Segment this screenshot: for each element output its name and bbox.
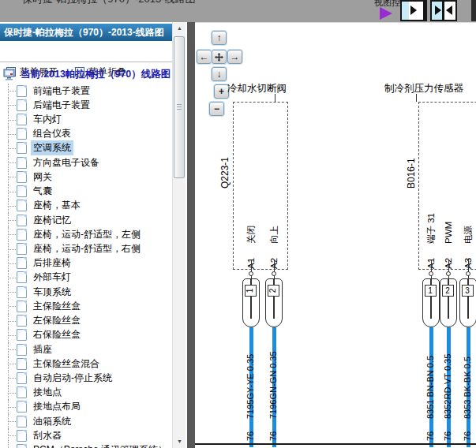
document-icon bbox=[17, 430, 27, 442]
document-icon bbox=[17, 128, 27, 140]
scroll-down-button[interactable]: ▼ bbox=[173, 435, 186, 448]
document-icon bbox=[17, 386, 27, 398]
tree-item-label: 后端电子装置 bbox=[31, 98, 92, 113]
document-icon bbox=[17, 286, 27, 298]
tree-item[interactable]: 主保险丝盒混合 bbox=[0, 357, 172, 371]
pan-up-button[interactable]: ↑ bbox=[212, 31, 227, 45]
document-icon bbox=[17, 358, 27, 370]
document-icon bbox=[17, 99, 27, 111]
diagram-panel[interactable]: ↑ ← → ↓ + − 冷却水切断阀 Q223-1 关闭 A1 1 7195GY… bbox=[195, 22, 476, 448]
tree-item[interactable]: 网关 bbox=[0, 170, 172, 184]
tree-item[interactable]: 自动启动-停止系统 bbox=[0, 371, 172, 385]
tree-item-label: 座椅，运动-舒适型，左侧 bbox=[31, 227, 143, 242]
document-icon bbox=[17, 243, 27, 255]
tree-item[interactable]: 座椅记忆 bbox=[0, 213, 172, 227]
pan-center-button[interactable] bbox=[212, 50, 227, 64]
connector-terminal: 2 bbox=[440, 278, 457, 327]
sidebar-scrollbar[interactable]: ▲ ▼ bbox=[172, 22, 186, 448]
tree-item[interactable]: 左保险丝盒 bbox=[0, 314, 172, 328]
arrow-right-icon bbox=[410, 6, 417, 15]
connector-terminal: 1 bbox=[242, 278, 260, 327]
tree-item-label: 方向盘电子设备 bbox=[31, 155, 102, 170]
document-icon bbox=[17, 372, 27, 384]
wire-label: 8351 BN-BN 0.5 bbox=[425, 356, 436, 419]
tree-item[interactable]: 后端电子装置 bbox=[0, 98, 172, 112]
tree-item-label: 主保险丝盒混合 bbox=[31, 357, 102, 371]
tree-item[interactable]: 插座 bbox=[0, 342, 172, 357]
separator bbox=[0, 62, 172, 62]
play-icon[interactable] bbox=[380, 7, 392, 20]
tree-item[interactable]: 车内灯 bbox=[0, 112, 172, 126]
pan-down-button[interactable]: ↓ bbox=[212, 67, 227, 81]
tree-item[interactable]: 气囊 bbox=[0, 185, 172, 199]
panel-splitter[interactable] bbox=[187, 22, 195, 448]
component-box bbox=[233, 102, 288, 270]
document-icon bbox=[17, 401, 27, 413]
scroll-up-button[interactable]: ▲ bbox=[173, 22, 186, 35]
tree-item-label: 接地点布局 bbox=[31, 399, 83, 414]
tree-item-label: 自动启动-停止系统 bbox=[31, 371, 114, 386]
pan-right-button[interactable]: → bbox=[227, 50, 242, 64]
top-toolbar: 保时捷-帕拉梅拉（970）-2013-线路图 视图控制 bbox=[0, 0, 476, 22]
connector-terminal: 1 bbox=[422, 278, 440, 327]
tree-item[interactable]: 车顶系统 bbox=[0, 285, 172, 299]
tree-item[interactable]: 接地点 bbox=[0, 386, 172, 400]
terminal-number: 1 bbox=[425, 285, 437, 297]
document-icon bbox=[17, 114, 27, 125]
tree-item-label: 接地点 bbox=[31, 385, 64, 400]
tree-item[interactable]: 外部车灯 bbox=[0, 271, 172, 285]
tree-item[interactable]: 组合仪表 bbox=[0, 127, 172, 141]
tree-root[interactable]: 当前:2013帕拉梅拉（970）线路图 bbox=[3, 68, 171, 81]
tree-item[interactable]: 座椅，运动-舒适型，左侧 bbox=[0, 227, 172, 241]
component-designation: Q223-1 bbox=[219, 157, 231, 189]
zoom-out-button[interactable]: − bbox=[209, 102, 224, 116]
document-icon bbox=[17, 215, 27, 226]
circuit-number: 76 bbox=[443, 431, 453, 441]
document-icon bbox=[17, 444, 27, 448]
tree-item[interactable]: 座椅，基本 bbox=[0, 199, 172, 213]
tree-item-label: 刮水器 bbox=[31, 428, 64, 443]
pan-left-button[interactable]: ← bbox=[197, 50, 212, 64]
tree-item-label: 座椅记忆 bbox=[31, 213, 73, 228]
tree-item[interactable]: 刮水器 bbox=[0, 428, 172, 442]
pin-function-label: 向上 bbox=[268, 226, 279, 244]
tree-item[interactable]: 主保险丝盒 bbox=[0, 299, 172, 313]
terminal-number: 2 bbox=[268, 285, 279, 297]
circuit-number: 76 bbox=[268, 431, 279, 441]
component-name: 制冷剂压力传感器 bbox=[384, 82, 463, 95]
document-icon bbox=[17, 315, 27, 327]
toolbar-button-clipped[interactable] bbox=[471, 0, 476, 21]
document-icon bbox=[17, 229, 27, 241]
tree-item-selected[interactable]: 空调系统 bbox=[0, 141, 172, 155]
pane-right bbox=[409, 2, 423, 20]
tree-item[interactable]: 油箱系统 bbox=[0, 414, 172, 428]
terminal-number: 3 bbox=[462, 285, 474, 297]
pin-function-label: 端子 31 bbox=[425, 213, 437, 244]
document-icon bbox=[17, 329, 27, 341]
collapse-pane-button[interactable] bbox=[430, 0, 457, 21]
document-icon bbox=[17, 271, 27, 283]
tree-item[interactable]: PCM（Porsche 通讯管理系统） bbox=[0, 442, 172, 448]
component-box bbox=[418, 102, 476, 270]
connector-terminal: 3 bbox=[459, 278, 476, 327]
scrollbar-thumb[interactable] bbox=[174, 36, 185, 178]
tree-item[interactable]: 座椅，运动-舒适型，右侧 bbox=[0, 241, 172, 256]
arrow-right-icon bbox=[435, 6, 441, 15]
tree-item[interactable]: 后排座椅 bbox=[0, 256, 172, 271]
document-icon bbox=[17, 257, 27, 269]
label-tick bbox=[275, 94, 275, 102]
component-name: 冷却水切断阀 bbox=[227, 82, 287, 95]
tree-item[interactable]: 方向盘电子设备 bbox=[0, 155, 172, 170]
tree-item-label: 油箱系统 bbox=[31, 414, 73, 429]
tree-item[interactable]: 接地点布局 bbox=[0, 400, 172, 414]
tree-item[interactable]: 前端电子装置 bbox=[0, 84, 172, 98]
pane-left bbox=[402, 2, 409, 20]
pin-function-label: 电源 bbox=[463, 226, 474, 244]
computer-icon bbox=[3, 69, 16, 80]
tree-item-label: 空调系统 bbox=[31, 140, 73, 155]
tree-item-label: 车顶系统 bbox=[31, 285, 73, 300]
expand-pane-button[interactable] bbox=[400, 0, 427, 21]
tree-item-label: 组合仪表 bbox=[31, 126, 73, 141]
tree-item[interactable]: 右保险丝盒 bbox=[0, 328, 172, 342]
wiring-diagram-app: 保时捷-帕拉梅拉（970）-2013-线路图 视图控制 保时捷-帕拉梅拉（970… bbox=[0, 0, 476, 448]
